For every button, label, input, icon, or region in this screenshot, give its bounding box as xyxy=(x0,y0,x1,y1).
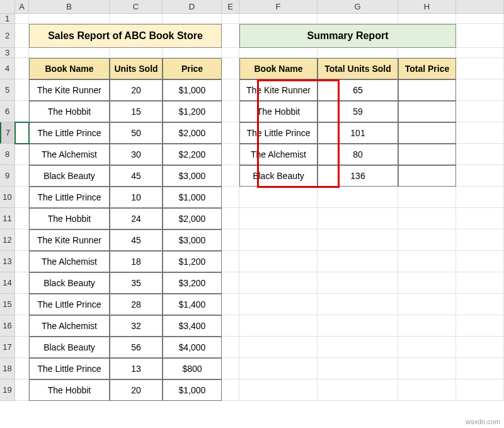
cell-A13[interactable] xyxy=(15,251,29,272)
cell-E13[interactable] xyxy=(222,251,239,272)
cell-G18[interactable] xyxy=(318,358,398,379)
cell-E2[interactable] xyxy=(222,24,239,48)
cell-H18[interactable] xyxy=(398,358,456,379)
right-price-4[interactable] xyxy=(398,165,456,187)
cell-B1[interactable] xyxy=(29,14,110,24)
cell-G12[interactable] xyxy=(318,229,398,251)
cell-I5[interactable] xyxy=(456,79,504,101)
left-price-0[interactable]: $1,000 xyxy=(163,79,222,101)
cell-E7[interactable] xyxy=(222,122,239,144)
right-name-1[interactable]: The Hobbit xyxy=(239,101,318,122)
right-price-2[interactable] xyxy=(398,122,456,144)
col-header-A[interactable]: A xyxy=(15,0,29,14)
selected-cell-A7[interactable] xyxy=(15,122,29,144)
row-header-18[interactable]: 18 xyxy=(0,358,15,379)
right-name-3[interactable]: The Alchemist xyxy=(239,144,318,165)
row-header-10[interactable]: 10 xyxy=(0,187,15,208)
row-header-5[interactable]: 5 xyxy=(0,79,15,101)
cell-C3[interactable] xyxy=(110,48,163,58)
left-name-2[interactable]: The Little Prince xyxy=(29,122,110,144)
left-price-3[interactable]: $2,200 xyxy=(163,144,222,165)
cell-G13[interactable] xyxy=(318,251,398,272)
cell-I8[interactable] xyxy=(456,144,504,165)
left-name-5[interactable]: The Little Prince xyxy=(29,187,110,208)
cell-H11[interactable] xyxy=(398,208,456,229)
cell-G10[interactable] xyxy=(318,187,398,208)
cell-I2[interactable] xyxy=(456,24,504,48)
cell-I12[interactable] xyxy=(456,229,504,251)
cell-E8[interactable] xyxy=(222,144,239,165)
cell-B3[interactable] xyxy=(29,48,110,58)
left-price-12[interactable]: $4,000 xyxy=(163,337,222,358)
cell-I3[interactable] xyxy=(456,48,504,58)
cell-I4[interactable] xyxy=(456,58,504,79)
cell-G3[interactable] xyxy=(318,48,398,58)
right-name-4[interactable]: Black Beauty xyxy=(239,165,318,187)
left-name-9[interactable]: Black Beauty xyxy=(29,272,110,294)
left-price-2[interactable]: $2,000 xyxy=(163,122,222,144)
cell-E10[interactable] xyxy=(222,187,239,208)
cell-G17[interactable] xyxy=(318,337,398,358)
cell-A15[interactable] xyxy=(15,294,29,315)
left-units-10[interactable]: 28 xyxy=(110,294,163,315)
left-price-10[interactable]: $1,400 xyxy=(163,294,222,315)
row-header-19[interactable]: 19 xyxy=(0,379,15,401)
cell-H3[interactable] xyxy=(398,48,456,58)
left-name-7[interactable]: The Kite Runner xyxy=(29,229,110,251)
cell-E5[interactable] xyxy=(222,79,239,101)
left-units-6[interactable]: 24 xyxy=(110,208,163,229)
cell-E18[interactable] xyxy=(222,358,239,379)
cell-I6[interactable] xyxy=(456,101,504,122)
cell-I9[interactable] xyxy=(456,165,504,187)
cell-H15[interactable] xyxy=(398,294,456,315)
cell-I1[interactable] xyxy=(456,14,504,24)
col-header-C[interactable]: C xyxy=(110,0,163,14)
cell-H13[interactable] xyxy=(398,251,456,272)
row-header-15[interactable]: 15 xyxy=(0,294,15,315)
cell-G1[interactable] xyxy=(318,14,398,24)
cell-F16[interactable] xyxy=(239,315,318,337)
row-header-16[interactable]: 16 xyxy=(0,315,15,337)
cell-C1[interactable] xyxy=(110,14,163,24)
row-header-1[interactable]: 1 xyxy=(0,14,15,24)
cell-A9[interactable] xyxy=(15,165,29,187)
left-units-12[interactable]: 56 xyxy=(110,337,163,358)
row-header-7[interactable]: 7 xyxy=(0,122,15,144)
left-units-9[interactable]: 35 xyxy=(110,272,163,294)
cell-D1[interactable] xyxy=(163,14,222,24)
left-name-10[interactable]: The Little Prince xyxy=(29,294,110,315)
cell-F10[interactable] xyxy=(239,187,318,208)
cell-H16[interactable] xyxy=(398,315,456,337)
left-units-13[interactable]: 13 xyxy=(110,358,163,379)
left-units-5[interactable]: 10 xyxy=(110,187,163,208)
left-units-7[interactable]: 45 xyxy=(110,229,163,251)
cell-A14[interactable] xyxy=(15,272,29,294)
cell-A17[interactable] xyxy=(15,337,29,358)
cell-A19[interactable] xyxy=(15,379,29,401)
row-header-13[interactable]: 13 xyxy=(0,251,15,272)
left-units-14[interactable]: 20 xyxy=(110,379,163,401)
row-header-2[interactable]: 2 xyxy=(0,24,15,48)
left-units-11[interactable]: 32 xyxy=(110,315,163,337)
left-price-4[interactable]: $3,000 xyxy=(163,165,222,187)
left-units-0[interactable]: 20 xyxy=(110,79,163,101)
col-header-extra[interactable] xyxy=(456,0,504,14)
col-header-E[interactable]: E xyxy=(222,0,239,14)
cell-F15[interactable] xyxy=(239,294,318,315)
cell-E17[interactable] xyxy=(222,337,239,358)
right-name-0[interactable]: The Kite Runner xyxy=(239,79,318,101)
cell-I19[interactable] xyxy=(456,379,504,401)
cell-A12[interactable] xyxy=(15,229,29,251)
cell-E4[interactable] xyxy=(222,58,239,79)
cell-F17[interactable] xyxy=(239,337,318,358)
right-price-0[interactable] xyxy=(398,79,456,101)
cell-E3[interactable] xyxy=(222,48,239,58)
row-header-6[interactable]: 6 xyxy=(0,101,15,122)
cell-I10[interactable] xyxy=(456,187,504,208)
left-price-11[interactable]: $3,400 xyxy=(163,315,222,337)
cell-G19[interactable] xyxy=(318,379,398,401)
col-header-G[interactable]: G xyxy=(318,0,398,14)
cell-E1[interactable] xyxy=(222,14,239,24)
left-price-6[interactable]: $2,000 xyxy=(163,208,222,229)
cell-A18[interactable] xyxy=(15,358,29,379)
